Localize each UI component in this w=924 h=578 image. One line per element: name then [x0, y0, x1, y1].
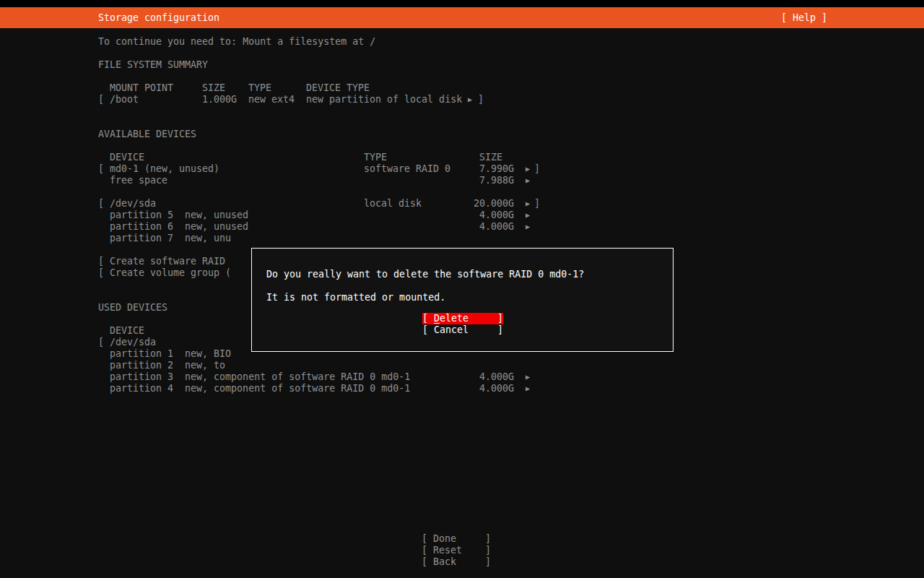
delete-raid-dialog: Do you really want to delete the softwar…: [251, 248, 674, 352]
row-expand-arrow-icon: ▶: [526, 371, 530, 383]
type: new ext4: [248, 94, 295, 105]
device-label: partition 7 new, unu: [110, 233, 231, 244]
row-expand-arrow-icon: ▶: [526, 383, 530, 394]
device-size: 20.000G: [433, 198, 514, 210]
device-row-sda[interactable]: [ /dev/sda local disk 20.000G ▶ ]: [0, 198, 924, 210]
used-row-partition-4[interactable]: partition 4 new, component of software R…: [0, 383, 924, 394]
device-size: 4.000G: [433, 383, 514, 394]
col-device: DEVICE: [110, 152, 144, 163]
device-label: /dev/sda: [110, 337, 156, 348]
used-row-partition-2[interactable]: partition 2 new, to: [0, 360, 924, 371]
row-close-bracket: ]: [534, 198, 540, 210]
done-button[interactable]: [ Done ]: [422, 533, 502, 545]
back-button[interactable]: [ Back ]: [422, 556, 502, 568]
top-black-strip: [0, 0, 924, 7]
help-button[interactable]: [ Help ]: [781, 7, 827, 28]
device-size: 4.000G: [433, 210, 514, 221]
mount-point: /boot: [110, 94, 139, 105]
reset-button[interactable]: [ Reset ]: [422, 545, 502, 556]
requirement-note: To continue you need to: Mount a filesys…: [0, 36, 924, 48]
page-title: Storage configuration: [98, 7, 219, 28]
titlebar: Storage configuration [ Help ]: [0, 7, 924, 28]
fs-summary-heading: FILE SYSTEM SUMMARY: [0, 59, 924, 71]
col-device: DEVICE: [110, 325, 144, 337]
row-open-bracket: [: [98, 163, 104, 175]
fs-summary-header-row: MOUNT POINT SIZE TYPE DEVICE TYPE: [0, 82, 924, 94]
col-type: TYPE: [364, 152, 387, 163]
fs-row-boot[interactable]: [ /boot 1.000G new ext4 new partition of…: [0, 94, 924, 105]
row-open-bracket: [: [98, 337, 104, 348]
col-type: TYPE: [248, 82, 271, 94]
device-label: partition 1 new, BIO: [110, 348, 231, 360]
used-row-partition-3[interactable]: partition 3 new, component of software R…: [0, 371, 924, 383]
size: 1.000G: [202, 94, 237, 105]
device-label: /dev/sda: [110, 198, 156, 210]
row-close-bracket: ]: [534, 163, 540, 175]
delete-mnemonic: D: [434, 313, 440, 324]
cancel-button[interactable]: [ Cancel ]: [422, 324, 503, 336]
device-row-md0-free-space[interactable]: free space 7.988G ▶: [0, 175, 924, 186]
device-row-md0-1[interactable]: [ md0-1 (new, unused) software RAID 0 7.…: [0, 163, 924, 175]
col-size: SIZE: [202, 82, 225, 94]
row-expand-arrow-icon: ▶: [526, 210, 530, 221]
available-devices-heading: AVAILABLE DEVICES: [0, 129, 924, 140]
delete-button[interactable]: [ Delete ]: [422, 313, 503, 324]
row-open-bracket: [: [98, 94, 104, 105]
row-expand-arrow-icon: ▶: [468, 94, 472, 105]
col-device-type: DEVICE TYPE: [306, 82, 370, 94]
device-label: partition 2 new, to: [110, 360, 225, 371]
row-open-bracket: [: [98, 198, 104, 210]
device-size: 4.000G: [433, 371, 514, 383]
row-expand-arrow-icon: ▶: [526, 198, 530, 210]
device-label: partition 4 new, component of software R…: [110, 383, 410, 394]
device-size: 7.990G: [433, 163, 514, 175]
row-expand-arrow-icon: ▶: [526, 175, 530, 186]
device-label: partition 6 new, unused: [110, 221, 248, 233]
device-label: free space: [110, 175, 167, 186]
device-size: 7.988G: [433, 175, 514, 186]
dialog-question: Do you really want to delete the softwar…: [266, 269, 584, 280]
device-size: 4.000G: [433, 221, 514, 233]
available-header-row: DEVICE TYPE SIZE: [0, 152, 924, 163]
device-label: partition 5 new, unused: [110, 210, 248, 221]
device-type: local disk: [364, 198, 422, 210]
installer-screen: Storage configuration [ Help ] To contin…: [0, 0, 924, 578]
row-close-bracket: ]: [478, 94, 484, 105]
device-label: partition 3 new, component of software R…: [110, 371, 410, 383]
col-mount-point: MOUNT POINT: [110, 82, 173, 94]
device-row-partition-6[interactable]: partition 6 new, unused 4.000G ▶: [0, 221, 924, 233]
device-type: new partition of local disk: [306, 94, 462, 105]
device-label: md0-1 (new, unused): [110, 163, 219, 175]
device-row-partition-5[interactable]: partition 5 new, unused 4.000G ▶: [0, 210, 924, 221]
row-expand-arrow-icon: ▶: [526, 163, 530, 175]
dialog-detail: It is not formatted or mounted.: [266, 292, 445, 303]
row-expand-arrow-icon: ▶: [526, 221, 530, 233]
col-size: SIZE: [479, 152, 502, 163]
device-row-partition-7[interactable]: partition 7 new, unu: [0, 233, 924, 244]
